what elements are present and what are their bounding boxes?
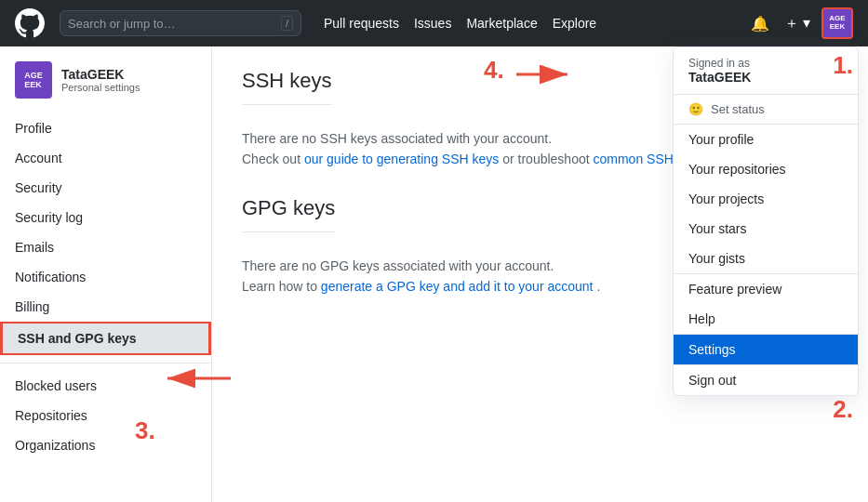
dropdown-header: Signed in as TataGEEK xyxy=(674,47,858,95)
notifications-button[interactable]: 🔔 xyxy=(747,11,773,36)
sidebar-item-profile[interactable]: Profile xyxy=(0,113,211,143)
sidebar-item-emails[interactable]: Emails xyxy=(0,232,211,262)
nav-explore[interactable]: Explore xyxy=(553,16,596,31)
gpg-section-title: GPG keys xyxy=(242,196,335,232)
github-logo[interactable] xyxy=(15,8,45,38)
set-status-item[interactable]: 🙂 Set status xyxy=(674,95,858,125)
sidebar-item-security[interactable]: Security xyxy=(0,173,211,203)
sidebar-divider xyxy=(0,363,211,363)
gpg-guide-link[interactable]: generate a GPG key and add it to your ac… xyxy=(321,279,594,294)
dropdown-your-stars[interactable]: Your stars xyxy=(674,214,858,244)
dropdown-your-profile[interactable]: Your profile xyxy=(674,125,858,154)
sidebar-item-notifications[interactable]: Notifications xyxy=(0,262,211,292)
search-placeholder: Search or jump to… xyxy=(68,17,176,31)
ssh-section-title: SSH keys xyxy=(242,69,332,105)
sidebar-item-ssh-gpg[interactable]: SSH and GPG keys xyxy=(0,322,211,355)
gpg-guide-prefix: Learn how to xyxy=(242,279,317,294)
dropdown-your-gists[interactable]: Your gists xyxy=(674,244,858,273)
sidebar-item-account[interactable]: Account xyxy=(0,143,211,173)
sidebar-user: AGEEEK TataGEEK Personal settings xyxy=(0,61,211,113)
user-avatar-button[interactable]: AGEEEK xyxy=(821,7,853,39)
dropdown-sign-out[interactable]: Sign out xyxy=(674,365,858,395)
nav-pull-requests[interactable]: Pull requests xyxy=(324,16,399,31)
sidebar-user-info: TataGEEK Personal settings xyxy=(61,67,140,93)
signed-in-label: Signed in as xyxy=(688,57,843,70)
sidebar-item-repositories[interactable]: Repositories xyxy=(0,401,211,430)
new-item-button[interactable]: ＋ ▾ xyxy=(781,10,814,37)
sidebar-item-security-log[interactable]: Security log xyxy=(0,203,211,232)
sidebar-avatar-text: AGEEEK xyxy=(24,71,43,89)
dropdown-username: TataGEEK xyxy=(688,70,843,85)
dropdown-your-projects[interactable]: Your projects xyxy=(674,184,858,214)
sidebar-item-billing[interactable]: Billing xyxy=(0,292,211,322)
ssh-or-text: or troubleshoot xyxy=(502,152,593,166)
dropdown-your-repositories[interactable]: Your repositories xyxy=(674,154,858,184)
nav-marketplace[interactable]: Marketplace xyxy=(466,16,537,31)
sidebar: AGEEEK TataGEEK Personal settings Profil… xyxy=(0,46,212,502)
sidebar-item-organizations[interactable]: Organizations xyxy=(0,430,211,460)
header-actions: 🔔 ＋ ▾ AGEEEK xyxy=(747,7,853,39)
avatar-text: AGEEEK xyxy=(829,15,845,32)
sidebar-username: TataGEEK xyxy=(61,67,140,82)
sidebar-nav: Profile Account Security Security log Em… xyxy=(0,113,211,460)
gpg-period: . xyxy=(596,279,600,294)
header-nav: Pull requests Issues Marketplace Explore xyxy=(324,16,596,31)
sidebar-item-blocked-users[interactable]: Blocked users xyxy=(0,371,211,401)
header: Search or jump to… / Pull requests Issue… xyxy=(0,0,868,46)
sidebar-avatar: AGEEEK xyxy=(15,61,52,99)
nav-issues[interactable]: Issues xyxy=(414,16,451,31)
ssh-guide-link[interactable]: our guide to xyxy=(304,152,377,166)
generating-ssh-keys-link[interactable]: generating SSH keys xyxy=(377,152,500,166)
sidebar-subtitle: Personal settings xyxy=(61,82,140,93)
gpg-link-text: generate a GPG key and add it to your ac… xyxy=(321,279,594,294)
search-shortcut: / xyxy=(281,16,293,31)
search-bar[interactable]: Search or jump to… / xyxy=(60,10,301,36)
smiley-icon: 🙂 xyxy=(688,102,703,116)
dropdown-feature-preview[interactable]: Feature preview xyxy=(674,274,858,304)
dropdown-settings[interactable]: Settings xyxy=(674,335,858,364)
dropdown-help[interactable]: Help xyxy=(674,304,858,334)
ssh-guide-prefix: Check out xyxy=(242,152,300,166)
set-status-label: Set status xyxy=(711,102,765,116)
dropdown-menu: Signed in as TataGEEK 🙂 Set status Your … xyxy=(673,46,859,396)
